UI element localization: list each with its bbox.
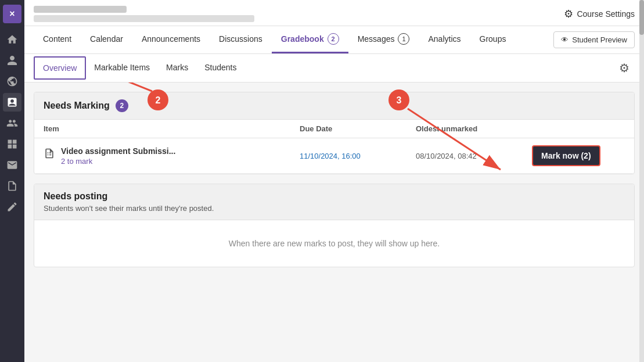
report-icon[interactable] xyxy=(3,177,21,195)
tab-messages[interactable]: Messages 1 xyxy=(348,26,419,53)
course-title-blur xyxy=(34,6,127,13)
scrollbar-track[interactable] xyxy=(639,0,644,362)
subtab-overview[interactable]: Overview xyxy=(34,56,86,80)
mail-icon[interactable] xyxy=(3,156,21,174)
item-cell: Video assignment Submissi... 2 to mark xyxy=(44,146,300,166)
table-row: Video assignment Submissi... 2 to mark 1… xyxy=(34,138,634,174)
tab-discussions[interactable]: Discussions xyxy=(210,27,272,52)
tab-gradebook[interactable]: Gradebook 2 xyxy=(272,26,348,53)
scrollbar-thumb[interactable] xyxy=(639,0,644,35)
subtab-marks-label: Marks xyxy=(166,63,188,72)
sidebar: × xyxy=(0,0,24,362)
tab-analytics[interactable]: Analytics xyxy=(419,27,470,52)
course-settings-label: Course Settings xyxy=(577,9,635,19)
subtab-overview-label: Overview xyxy=(43,63,77,73)
subtab-markable-items-label: Markable Items xyxy=(94,63,150,72)
topbar-left xyxy=(34,6,254,22)
table-icon[interactable] xyxy=(3,135,21,153)
needs-posting-title: Needs posting xyxy=(44,191,625,202)
student-preview-label: Student Preview xyxy=(572,35,627,44)
tab-messages-label: Messages xyxy=(358,34,395,44)
messages-badge: 1 xyxy=(398,33,409,45)
table-header: Item Due Date Oldest unmarked xyxy=(34,120,634,138)
mark-now-cell: Mark now (2) xyxy=(532,145,625,166)
tab-announcements[interactable]: Announcements xyxy=(132,27,210,52)
nav-tabs: Content Calendar Announcements Discussio… xyxy=(24,26,644,54)
tab-content-label: Content xyxy=(43,34,71,44)
edit-icon[interactable] xyxy=(3,198,21,216)
col-action xyxy=(532,124,625,133)
oldest-unmarked-value: 08/10/2024, 08:42 xyxy=(416,152,532,160)
subtab-students-label: Students xyxy=(204,63,236,72)
course-settings-gear-icon: ⚙ xyxy=(564,8,573,20)
tab-groups[interactable]: Groups xyxy=(470,27,516,52)
student-preview-icon: 👁 xyxy=(561,35,569,44)
globe-icon[interactable] xyxy=(3,72,21,91)
needs-posting-header: Needs posting Students won't see their m… xyxy=(34,184,634,220)
gradebook-icon[interactable] xyxy=(3,93,21,112)
needs-marking-badge: 2 xyxy=(116,99,128,112)
course-settings-button[interactable]: ⚙ Course Settings xyxy=(564,8,635,20)
people-icon[interactable] xyxy=(3,114,21,132)
svg-line-1 xyxy=(65,83,152,91)
close-button[interactable]: × xyxy=(3,5,21,23)
mark-now-button[interactable]: Mark now (2) xyxy=(532,145,600,166)
needs-posting-subtitle: Students won't see their marks until the… xyxy=(44,204,625,213)
needs-posting-section: Needs posting Students won't see their m… xyxy=(34,184,635,267)
tab-calendar-label: Calendar xyxy=(90,34,123,44)
subtab-markable-items[interactable]: Markable Items xyxy=(86,57,158,80)
needs-marking-section: Needs Marking 2 Item Due Date Oldest unm… xyxy=(34,92,635,174)
subtab-marks[interactable]: Marks xyxy=(158,57,196,80)
subtab-settings-icon[interactable]: ⚙ xyxy=(614,58,635,78)
main-content: ⚙ Course Settings Content Calendar Annou… xyxy=(24,0,644,362)
assignment-icon xyxy=(44,148,55,162)
tab-groups-label: Groups xyxy=(480,34,506,44)
tab-gradebook-label: Gradebook xyxy=(281,34,324,44)
user-icon[interactable] xyxy=(3,51,21,70)
gradebook-badge: 2 xyxy=(328,33,339,45)
subtab-students[interactable]: Students xyxy=(196,57,244,80)
needs-marking-title: Needs Marking xyxy=(44,101,110,111)
tab-calendar[interactable]: Calendar xyxy=(81,27,132,52)
needs-marking-header: Needs Marking 2 xyxy=(34,92,634,120)
sub-tabs: Overview Markable Items Marks Students ⚙ xyxy=(24,54,644,83)
needs-posting-empty-message: When there are new marks to post, they w… xyxy=(229,239,440,248)
col-due-date: Due Date xyxy=(300,124,416,133)
tab-content[interactable]: Content xyxy=(34,27,81,52)
col-oldest-unmarked: Oldest unmarked xyxy=(416,124,532,133)
topbar: ⚙ Course Settings xyxy=(24,0,644,26)
tab-discussions-label: Discussions xyxy=(219,34,262,44)
col-item: Item xyxy=(44,124,300,133)
due-date-value: 11/10/2024, 16:00 xyxy=(300,152,416,160)
needs-posting-empty: When there are new marks to post, they w… xyxy=(34,220,634,267)
tab-analytics-label: Analytics xyxy=(428,34,460,44)
course-subtitle-blur xyxy=(34,15,254,22)
item-info: Video assignment Submissi... 2 to mark xyxy=(61,146,175,166)
content-area: Needs Marking 2 Item Due Date Oldest unm… xyxy=(24,83,644,362)
item-sub-label: 2 to mark xyxy=(61,157,175,166)
item-name: Video assignment Submissi... xyxy=(61,146,175,156)
student-preview-button[interactable]: 👁 Student Preview xyxy=(553,31,635,48)
tab-announcements-label: Announcements xyxy=(142,34,200,44)
home-icon[interactable] xyxy=(3,30,21,49)
